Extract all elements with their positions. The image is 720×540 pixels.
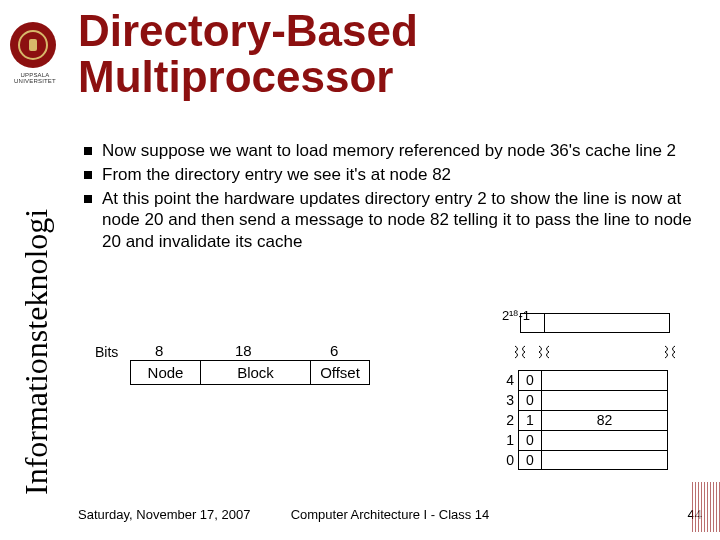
directory-gap [520, 345, 670, 367]
department-label: Informationsteknologi [18, 209, 55, 495]
directory-row: 30 [500, 390, 668, 410]
directory-row: 00 [500, 450, 668, 470]
university-seal-icon [10, 22, 56, 68]
decorative-edge-stripes [692, 482, 720, 532]
field-block: Block [201, 361, 311, 384]
field-offset: Offset [311, 361, 369, 384]
directory-row: 40 [500, 370, 668, 390]
field-width-offset: 6 [330, 342, 338, 359]
address-fields: Node Block Offset [130, 360, 370, 385]
bullet-item: Now suppose we want to load memory refer… [78, 140, 702, 162]
slide: UPPSALA UNIVERSITET Informationsteknolog… [0, 0, 720, 540]
wave-icon [514, 345, 526, 359]
directory-row: 10 [500, 430, 668, 450]
footer-course: Computer Architecture I - Class 14 [78, 507, 702, 522]
bullet-list: Now suppose we want to load memory refer… [78, 140, 702, 253]
wave-icon [538, 345, 550, 359]
field-node: Node [131, 361, 201, 384]
brand-column: UPPSALA UNIVERSITET Informationsteknolog… [0, 0, 70, 540]
slide-footer: Saturday, November 17, 2007 Computer Arc… [78, 507, 702, 522]
slide-title: Directory-Based Multiprocessor [78, 8, 720, 100]
directory-rows: 40 30 2182 10 00 [500, 370, 668, 470]
field-width-node: 8 [155, 342, 163, 359]
bits-label: Bits [95, 344, 118, 360]
directory-row: 2182 [500, 410, 668, 430]
university-name: UPPSALA UNIVERSITET [0, 72, 70, 84]
bullet-item: At this point the hardware updates direc… [78, 188, 702, 253]
address-directory-diagram: Bits 8 18 6 Node Block Offset 2¹⁸-1 40 3… [95, 310, 690, 475]
bullet-item: From the directory entry we see it's at … [78, 164, 702, 186]
field-width-block: 18 [235, 342, 252, 359]
directory-top-row [520, 313, 670, 333]
slide-body: Now suppose we want to load memory refer… [78, 140, 702, 255]
wave-icon [664, 345, 676, 359]
